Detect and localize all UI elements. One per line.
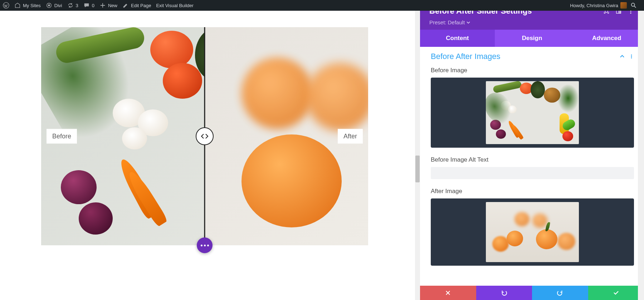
module-actions-fab[interactable] xyxy=(197,237,213,253)
site-name: Divi xyxy=(54,3,62,8)
tab-advanced[interactable]: Advanced xyxy=(569,30,644,47)
settings-panel: Before After Slider Settings Preset: Def… xyxy=(415,0,644,300)
window-scrollbar[interactable] xyxy=(638,0,644,300)
howdy-user[interactable]: Howdy, Christina Gwira xyxy=(570,2,627,9)
updates-count: 3 xyxy=(76,3,78,8)
undo-button[interactable] xyxy=(476,286,532,300)
page-canvas: Before After xyxy=(0,11,415,300)
new-link[interactable]: New xyxy=(99,2,117,9)
user-avatar xyxy=(620,2,627,9)
edit-page-link[interactable]: Edit Page xyxy=(122,2,151,9)
svg-point-10 xyxy=(631,55,632,56)
section-collapse-icon[interactable] xyxy=(618,52,627,61)
comments-link[interactable]: 0 xyxy=(83,2,94,9)
exit-visual-builder[interactable]: Exit Visual Builder xyxy=(156,3,194,8)
howdy-label: Howdy, Christina Gwira xyxy=(570,3,618,8)
after-image-label: After Image xyxy=(431,188,634,195)
svg-point-3 xyxy=(631,3,635,6)
slider-handle[interactable] xyxy=(196,127,214,145)
section-header[interactable]: Before After Images xyxy=(420,47,644,65)
before-alt-input[interactable] xyxy=(431,167,634,179)
site-link[interactable]: Divi xyxy=(46,2,62,9)
after-label-pill: After xyxy=(338,129,363,144)
preset-prefix: Preset: xyxy=(429,19,447,25)
after-image-picker[interactable] xyxy=(431,198,634,266)
before-image-picker[interactable] xyxy=(431,78,634,148)
updates-link[interactable]: 3 xyxy=(67,2,78,9)
new-label: New xyxy=(108,3,117,8)
svg-point-11 xyxy=(631,56,632,57)
save-button[interactable] xyxy=(588,286,644,300)
comments-count: 0 xyxy=(92,3,94,8)
redo-button[interactable] xyxy=(532,286,588,300)
section-more-icon[interactable] xyxy=(627,52,636,61)
preset-selector[interactable]: Preset: Default xyxy=(429,19,637,25)
cancel-button[interactable] xyxy=(420,286,476,300)
my-sites-link[interactable]: My Sites xyxy=(14,2,41,9)
svg-point-2 xyxy=(48,4,50,6)
admin-search[interactable] xyxy=(630,2,637,9)
before-alt-label: Before Image Alt Text xyxy=(431,156,634,163)
exit-vb-label: Exit Visual Builder xyxy=(156,3,194,8)
svg-point-9 xyxy=(630,13,631,14)
svg-point-12 xyxy=(631,58,632,59)
wp-logo[interactable] xyxy=(3,2,9,9)
before-after-slider-module[interactable]: Before After xyxy=(41,27,368,245)
panel-footer xyxy=(420,286,644,300)
tab-design[interactable]: Design xyxy=(495,30,570,47)
preset-value: Default xyxy=(448,19,465,25)
wp-admin-bar: My Sites Divi 3 0 New Edit Page Exit Vis… xyxy=(0,0,644,11)
panel-tabs: Content Design Advanced xyxy=(420,30,644,47)
tab-content[interactable]: Content xyxy=(420,30,495,47)
canvas-scrollbar[interactable] xyxy=(415,0,420,300)
my-sites-label: My Sites xyxy=(23,3,41,8)
before-label-pill: Before xyxy=(47,129,77,144)
section-title: Before After Images xyxy=(431,52,618,61)
before-image-label: Before Image xyxy=(431,67,634,74)
edit-page-label: Edit Page xyxy=(131,3,151,8)
chevron-down-icon xyxy=(466,20,470,25)
panel-body: Before After Images Before Image xyxy=(420,47,644,286)
